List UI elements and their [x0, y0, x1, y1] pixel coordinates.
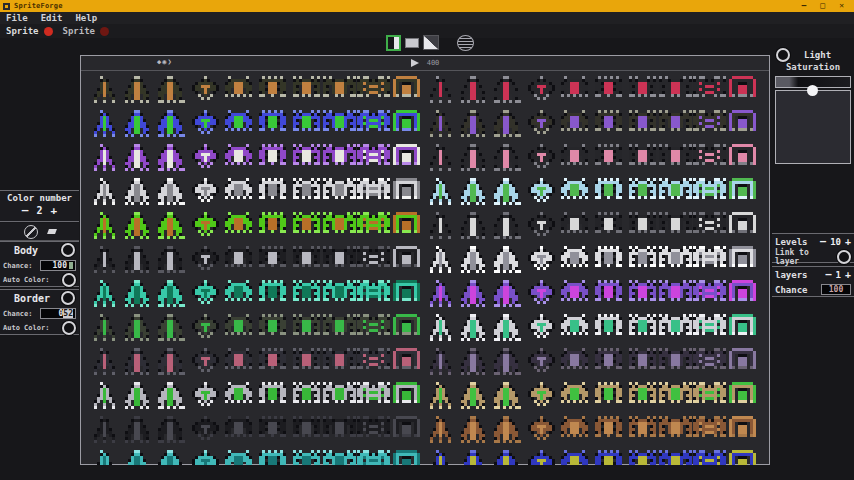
frame-icon[interactable]	[405, 38, 419, 48]
tab-close-icon[interactable]	[100, 27, 109, 36]
pencil-icon[interactable]	[24, 225, 38, 239]
playback-strip: 400	[81, 56, 769, 71]
spriteforge-window: SpriteForge – □ ✕ File Edit Help Sprite …	[0, 0, 854, 480]
body-section: Body Chance: 100 Auto Color:	[0, 241, 79, 287]
window-title: SpriteForge	[14, 2, 63, 10]
saturation-label: Saturation	[772, 62, 854, 75]
levels-label: Levels	[775, 237, 808, 247]
picker-handle[interactable]	[807, 85, 818, 96]
border-section: Border Chance: 052 Auto Color:	[0, 289, 79, 335]
border-chance-value-selected: 52	[63, 309, 73, 318]
body-auto-color-toggle[interactable]	[62, 273, 76, 287]
border-section-label: Border	[14, 293, 50, 304]
levels-plus-button[interactable]: +	[845, 236, 851, 247]
maximize-button[interactable]: □	[820, 0, 825, 12]
levels-box: Levels — 10 + Link to layer	[772, 233, 854, 263]
layers-value: 1	[836, 270, 841, 280]
color-number-value: 2	[36, 205, 42, 216]
layers-minus-button[interactable]: —	[826, 269, 832, 280]
tab-sprite-1[interactable]: Sprite	[6, 26, 53, 36]
tab-label: Sprite	[6, 26, 39, 36]
cursor-overlay-icon: ◆◉❯	[157, 58, 173, 66]
color-number-minus-button[interactable]: —	[22, 204, 29, 217]
layers-label: layers	[775, 270, 808, 280]
menu-help[interactable]: Help	[75, 13, 97, 23]
light-label: Light	[804, 50, 831, 60]
menu-bar: File Edit Help	[0, 12, 854, 24]
play-icon[interactable]	[411, 59, 419, 67]
diagonal-fill-icon[interactable]	[423, 35, 439, 50]
menu-file[interactable]: File	[6, 13, 28, 23]
close-button[interactable]: ✕	[839, 0, 844, 12]
text-caret	[69, 262, 73, 269]
eraser-icon[interactable]	[47, 229, 57, 234]
tab-sprite-2[interactable]: Sprite	[63, 26, 110, 36]
tool-buttons-row	[0, 223, 79, 241]
link-to-layer-toggle[interactable]	[837, 250, 851, 264]
levels-value: 10	[830, 237, 841, 247]
border-chance-label: Chance:	[3, 310, 33, 318]
border-auto-color-toggle[interactable]	[62, 321, 76, 335]
body-chance-value: 100	[53, 261, 67, 270]
app-icon	[3, 3, 10, 10]
tab-close-icon[interactable]	[44, 27, 53, 36]
playback-speed: 400	[427, 59, 440, 67]
minimize-button[interactable]: –	[802, 0, 807, 12]
menu-edit[interactable]: Edit	[41, 13, 63, 23]
color-number-plus-button[interactable]: +	[51, 204, 58, 217]
light-saturation-panel: Light Saturation	[772, 48, 854, 164]
tab-label: Sprite	[63, 26, 96, 36]
body-auto-color-label: Auto Color:	[3, 276, 49, 284]
chance-label: Chance	[775, 285, 808, 295]
levels-minus-button[interactable]: —	[820, 236, 826, 247]
layers-box: layers — 1 + Chance 100	[772, 266, 854, 297]
sphere-icon[interactable]	[457, 35, 474, 51]
color-number-box: Color number — 2 +	[0, 190, 79, 222]
layers-plus-button[interactable]: +	[845, 269, 851, 280]
border-toggle[interactable]	[61, 291, 75, 305]
color-number-label: Color number	[0, 191, 79, 203]
title-bar[interactable]: SpriteForge – □ ✕	[0, 0, 854, 12]
body-chance-input[interactable]: 100	[40, 260, 76, 271]
split-view-icon[interactable]	[386, 35, 401, 51]
sprite-grid-canvas[interactable]	[81, 71, 769, 465]
light-saturation-picker[interactable]	[775, 90, 851, 164]
body-chance-label: Chance:	[3, 262, 33, 270]
chance-input[interactable]: 100	[821, 284, 851, 295]
body-section-label: Body	[14, 245, 38, 256]
sprite-preview-panel: 400 ◆◉❯	[80, 55, 770, 465]
light-toggle[interactable]	[776, 48, 790, 62]
link-to-layer-label: Link to layer	[775, 248, 837, 266]
toolbar	[383, 35, 483, 51]
border-auto-color-label: Auto Color:	[3, 324, 49, 332]
border-chance-input[interactable]: 052	[40, 308, 76, 319]
body-toggle[interactable]	[61, 243, 75, 257]
